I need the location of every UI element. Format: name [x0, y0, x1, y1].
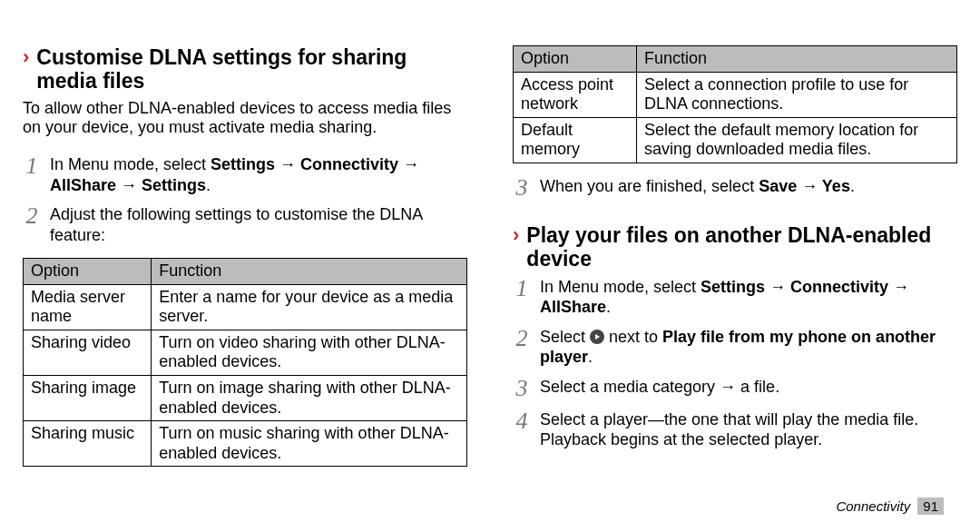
step-text: In Menu mode, select Settings → Connecti…	[50, 154, 467, 195]
options-table-2: Option Function Access point network Sel…	[513, 45, 957, 163]
step-number: 1	[513, 277, 531, 318]
step-text: Select next to Play file from my phone o…	[540, 327, 957, 368]
step-text: Select a player—the one that will play t…	[540, 409, 957, 450]
text: When you are finished, select	[540, 177, 759, 195]
cell: Enter a name for your device as a media …	[152, 284, 467, 330]
options-table-1: Option Function Media server name Enter …	[23, 258, 467, 467]
table-row: Access point network Select a connection…	[514, 72, 957, 117]
text: .	[206, 176, 211, 194]
cell: Turn on video sharing with other DLNA-en…	[152, 330, 467, 375]
text: .	[588, 348, 593, 366]
step-text: Select a media category → a file.	[540, 377, 957, 400]
text: .	[606, 298, 611, 316]
section1-step1: 1 In Menu mode, select Settings → Connec…	[23, 154, 467, 195]
text: next to	[604, 328, 662, 346]
step-number: 3	[513, 176, 531, 200]
page-footer: Connectivity 91	[836, 498, 944, 514]
text: .	[850, 177, 855, 195]
bold-path: Save → Yes	[759, 177, 850, 195]
cell: Access point network	[514, 72, 637, 117]
step-number: 2	[513, 327, 531, 368]
section1-step2: 2 Adjust the following settings to custo…	[23, 204, 467, 245]
table-row: Default memory Select the default memory…	[514, 117, 957, 163]
section1-intro: To allow other DLNA-enabled devices to a…	[23, 99, 467, 138]
section2-step3: 3 Select a media category → a file.	[513, 377, 957, 400]
footer-page: 91	[917, 498, 944, 515]
left-column: › Customise DLNA settings for sharing me…	[23, 45, 467, 514]
section2-step1: 1 In Menu mode, select Settings → Connec…	[513, 277, 957, 318]
table-row: Sharing image Turn on image sharing with…	[24, 376, 467, 421]
chevron-icon: ›	[23, 47, 29, 67]
step-number: 1	[23, 154, 41, 195]
th-option: Option	[24, 259, 152, 285]
text: In Menu mode, select	[50, 155, 211, 173]
step-text: In Menu mode, select Settings → Connecti…	[540, 277, 957, 318]
right-column: Option Function Access point network Sel…	[513, 45, 957, 514]
footer-section: Connectivity	[836, 498, 910, 514]
section1-heading: › Customise DLNA settings for sharing me…	[23, 45, 467, 94]
cell: Sharing video	[24, 330, 152, 375]
cell: Turn on image sharing with other DLNA-en…	[152, 376, 467, 421]
text: In Menu mode, select	[540, 278, 701, 296]
step-number: 4	[513, 409, 531, 450]
cell: Select the default memory location for s…	[637, 117, 957, 163]
section1-step3: 3 When you are finished, select Save → Y…	[513, 176, 957, 200]
step-text: Adjust the following settings to customi…	[50, 204, 467, 245]
section2-step4: 4 Select a player—the one that will play…	[513, 409, 957, 450]
cell: Sharing image	[24, 376, 152, 421]
cell: Sharing music	[24, 421, 152, 467]
cell: Turn on music sharing with other DLNA-en…	[152, 421, 467, 467]
cell: Default memory	[514, 117, 637, 163]
th-function: Function	[637, 46, 957, 73]
step-number: 2	[23, 204, 41, 245]
section2-title: Play your files on another DLNA-enabled …	[526, 223, 957, 271]
th-option: Option	[514, 46, 637, 73]
table-row: Media server name Enter a name for your …	[24, 284, 467, 330]
section2-heading: › Play your files on another DLNA-enable…	[513, 223, 957, 271]
play-icon	[590, 330, 604, 344]
step-number: 3	[513, 377, 531, 400]
table-row: Sharing video Turn on video sharing with…	[24, 330, 467, 375]
cell: Select a connection profile to use for D…	[637, 72, 957, 117]
step-text: When you are finished, select Save → Yes…	[540, 176, 957, 200]
text: Select	[540, 328, 590, 346]
th-function: Function	[152, 259, 467, 285]
cell: Media server name	[24, 284, 152, 330]
table-row: Sharing music Turn on music sharing with…	[24, 421, 467, 467]
section1-title: Customise DLNA settings for sharing medi…	[36, 45, 467, 94]
chevron-icon: ›	[513, 225, 519, 245]
section2-step2: 2 Select next to Play file from my phone…	[513, 327, 957, 368]
